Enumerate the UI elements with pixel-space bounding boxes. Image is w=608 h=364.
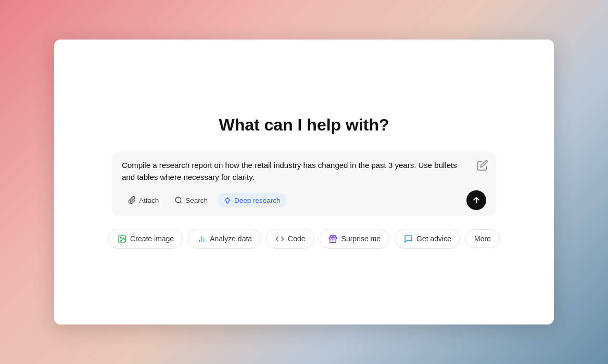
code-button[interactable]: Code — [266, 229, 314, 249]
input-toolbar: Attach Search — [122, 190, 486, 210]
attach-icon — [128, 196, 136, 204]
more-label: More — [474, 235, 491, 243]
get-advice-button[interactable]: Get advice — [395, 229, 460, 249]
attach-label: Attach — [139, 197, 159, 204]
get-advice-icon — [403, 234, 413, 243]
input-container: Attach Search — [111, 151, 497, 216]
more-button[interactable]: More — [465, 229, 500, 248]
analyze-data-label: Analyze data — [210, 235, 252, 243]
search-label: Search — [185, 197, 208, 204]
search-button[interactable]: Search — [168, 193, 214, 207]
surprise-me-button[interactable]: Surprise me — [320, 229, 389, 249]
code-icon — [275, 234, 284, 243]
toolbar-left: Attach Search — [122, 193, 287, 207]
action-buttons-row: Create image Analyze data Code — [108, 229, 500, 249]
page-title: What can I help with? — [219, 115, 389, 135]
svg-point-4 — [120, 237, 121, 238]
send-button[interactable] — [466, 190, 486, 210]
search-icon — [174, 196, 183, 204]
deep-research-label: Deep research — [234, 197, 281, 204]
attach-button[interactable]: Attach — [122, 193, 165, 207]
edit-icon[interactable] — [477, 160, 488, 171]
deep-research-icon — [223, 196, 232, 204]
analyze-data-button[interactable]: Analyze data — [188, 229, 261, 249]
deep-research-button[interactable]: Deep research — [217, 193, 287, 207]
surprise-me-label: Surprise me — [341, 235, 381, 243]
get-advice-label: Get advice — [416, 235, 451, 243]
code-label: Code — [288, 235, 305, 243]
send-icon — [472, 196, 481, 205]
svg-line-1 — [180, 202, 182, 203]
main-window: What can I help with? Attach — [54, 40, 554, 324]
create-image-label: Create image — [130, 235, 174, 243]
main-input[interactable] — [122, 160, 486, 183]
svg-point-0 — [175, 197, 181, 203]
create-image-icon — [117, 234, 126, 243]
create-image-button[interactable]: Create image — [108, 229, 183, 249]
surprise-me-icon — [328, 234, 338, 243]
analyze-data-icon — [197, 234, 206, 243]
